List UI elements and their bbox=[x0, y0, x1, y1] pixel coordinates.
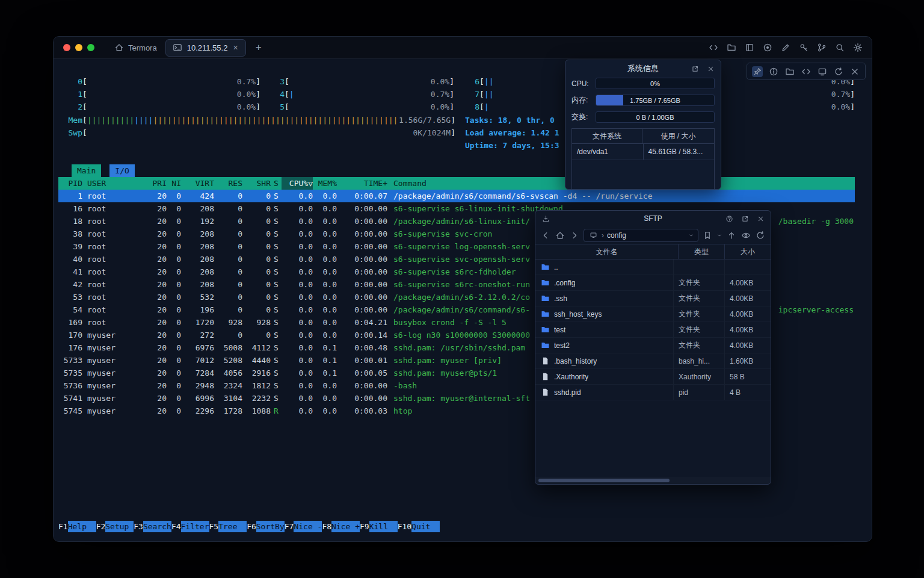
cell-user: myuser bbox=[82, 329, 139, 341]
fkey-label-F4[interactable]: Filter bbox=[181, 521, 209, 532]
fkey-F1[interactable]: F1 bbox=[58, 521, 68, 532]
scrollbar-thumb[interactable] bbox=[538, 479, 670, 482]
close-sftp-icon[interactable] bbox=[755, 213, 766, 224]
fkey-label-F10[interactable]: Quit bbox=[411, 521, 440, 532]
code-icon[interactable] bbox=[708, 42, 719, 53]
show-hidden-icon[interactable] bbox=[741, 230, 751, 241]
close-icon[interactable] bbox=[849, 66, 860, 77]
sftp-file-row[interactable]: .. bbox=[535, 259, 771, 275]
sftp-file-row[interactable]: sshd.pidpid4 B bbox=[535, 385, 771, 400]
fkey-label-F8[interactable]: Nice + bbox=[331, 521, 360, 532]
sessions-icon[interactable] bbox=[744, 42, 755, 53]
fkey-label-F1[interactable]: Help bbox=[68, 521, 96, 532]
fkey-label-F2[interactable]: Setup bbox=[105, 521, 134, 532]
fkey-F9[interactable]: F9 bbox=[360, 521, 369, 532]
fkey-label-F9[interactable]: Kill bbox=[369, 521, 398, 532]
fkey-F3[interactable]: F3 bbox=[134, 521, 143, 532]
column-type[interactable]: 类型 bbox=[679, 244, 725, 259]
search-icon[interactable] bbox=[834, 42, 845, 53]
htop-tab-main[interactable]: Main bbox=[72, 164, 101, 177]
tab-session[interactable]: 10.211.55.2 × bbox=[165, 39, 246, 57]
new-tab-button[interactable]: + bbox=[252, 42, 265, 54]
folder-icon[interactable] bbox=[784, 66, 795, 77]
cell-virt: 2296 bbox=[181, 405, 214, 417]
fkey-label-F5[interactable]: Tree bbox=[218, 521, 247, 532]
forward-icon[interactable] bbox=[569, 230, 580, 241]
fkey-F2[interactable]: F2 bbox=[96, 521, 106, 532]
sftp-file-row[interactable]: .bash_historybash_hi...1.60KB bbox=[535, 353, 771, 369]
header-ni[interactable]: NI bbox=[167, 177, 181, 190]
fkey-F4[interactable]: F4 bbox=[171, 521, 181, 532]
close-window-button[interactable] bbox=[63, 44, 70, 51]
header-shr[interactable]: SHR bbox=[242, 177, 271, 190]
branch-icon[interactable] bbox=[816, 42, 827, 53]
column-filename[interactable]: 文件名 bbox=[535, 244, 679, 259]
sftp-file-row[interactable]: .config文件夹4.00KB bbox=[535, 275, 771, 291]
process-row[interactable]: 1root20042400S0.00.00:00.07/package/admi… bbox=[58, 190, 855, 202]
minimize-window-button[interactable] bbox=[75, 44, 82, 51]
fkey-F6[interactable]: F6 bbox=[247, 521, 256, 532]
htop-tab-io[interactable]: I/O bbox=[109, 164, 134, 177]
refresh-icon[interactable] bbox=[833, 66, 844, 77]
header-time[interactable]: TIME+ bbox=[337, 177, 387, 190]
fkey-F10[interactable]: F10 bbox=[398, 521, 411, 532]
record-icon[interactable] bbox=[762, 42, 773, 53]
header-virt[interactable]: VIRT bbox=[181, 177, 214, 190]
fkey-label-F3[interactable]: Search bbox=[143, 521, 171, 532]
fkey-F8[interactable]: F8 bbox=[322, 521, 331, 532]
parent-directory-icon[interactable] bbox=[726, 230, 737, 241]
horizontal-scrollbar[interactable] bbox=[535, 477, 771, 484]
help-icon[interactable] bbox=[724, 213, 735, 224]
mem-label: Mem bbox=[68, 114, 82, 126]
filesystem-row[interactable]: /dev/vda145.61GB / 58.3... bbox=[572, 144, 714, 160]
cell-ni: 0 bbox=[167, 202, 181, 215]
path-breadcrumb[interactable]: › config bbox=[584, 229, 698, 242]
header-user[interactable]: USER bbox=[82, 177, 139, 190]
cell-ni: 0 bbox=[167, 266, 181, 278]
fkey-F7[interactable]: F7 bbox=[285, 521, 294, 532]
fkey-label-F6[interactable]: SortBy bbox=[256, 521, 285, 532]
key-icon[interactable] bbox=[798, 42, 809, 53]
header-pri[interactable]: PRI bbox=[139, 177, 167, 190]
edit-icon[interactable] bbox=[780, 42, 791, 53]
sftp-file-row[interactable]: test2文件夹4.00KB bbox=[535, 338, 771, 353]
header-res[interactable]: RES bbox=[214, 177, 242, 190]
settings-icon[interactable] bbox=[852, 42, 863, 53]
cell-mem: 0.0 bbox=[313, 405, 337, 417]
zoom-window-button[interactable] bbox=[87, 44, 94, 51]
column-size[interactable]: 大小 bbox=[725, 244, 771, 259]
bookmark-dropdown-icon[interactable] bbox=[716, 230, 722, 241]
sftp-file-row[interactable]: .ssh文件夹4.00KB bbox=[535, 291, 771, 306]
sftp-file-row[interactable]: test文件夹4.00KB bbox=[535, 322, 771, 338]
back-icon[interactable] bbox=[540, 230, 551, 241]
header-pid[interactable]: PID bbox=[58, 177, 82, 190]
header-s[interactable]: S bbox=[271, 177, 282, 190]
header-cpu[interactable]: CPU%▽ bbox=[282, 177, 313, 190]
transfers-icon[interactable] bbox=[540, 213, 551, 224]
pin-icon[interactable] bbox=[752, 66, 763, 77]
code-icon[interactable] bbox=[801, 66, 812, 77]
fkey-label-F7[interactable]: Nice - bbox=[294, 521, 322, 532]
home-dir-icon[interactable] bbox=[555, 230, 565, 241]
close-panel-icon[interactable] bbox=[705, 63, 716, 74]
filename-text: .Xauthority bbox=[554, 373, 588, 381]
path-dropdown-icon[interactable] bbox=[688, 230, 694, 241]
screen-icon[interactable] bbox=[817, 66, 828, 77]
refresh-icon[interactable] bbox=[755, 230, 766, 241]
open-in-window-icon[interactable] bbox=[689, 63, 700, 74]
cell-type: 文件夹 bbox=[674, 291, 725, 306]
fkey-F5[interactable]: F5 bbox=[209, 521, 219, 532]
folder-icon[interactable] bbox=[726, 42, 737, 53]
tab-termora-home[interactable]: Termora bbox=[108, 37, 163, 58]
cell-ni: 0 bbox=[167, 367, 181, 379]
sftp-file-row[interactable]: .XauthorityXauthority58 B bbox=[535, 369, 771, 385]
info-icon[interactable] bbox=[768, 66, 779, 77]
header-mem[interactable]: MEM% bbox=[313, 177, 337, 190]
process-table-header[interactable]: PIDUSERPRINIVIRTRESSHRSCPU%▽MEM%TIME+Com… bbox=[58, 177, 855, 190]
bookmark-icon[interactable] bbox=[702, 230, 713, 241]
cell-user: root bbox=[82, 228, 139, 240]
open-in-window-icon[interactable] bbox=[739, 213, 750, 224]
tab-close-icon[interactable]: × bbox=[232, 43, 239, 52]
cell-virt: 7012 bbox=[181, 354, 214, 367]
sftp-file-row[interactable]: ssh_host_keys文件夹4.00KB bbox=[535, 306, 771, 322]
